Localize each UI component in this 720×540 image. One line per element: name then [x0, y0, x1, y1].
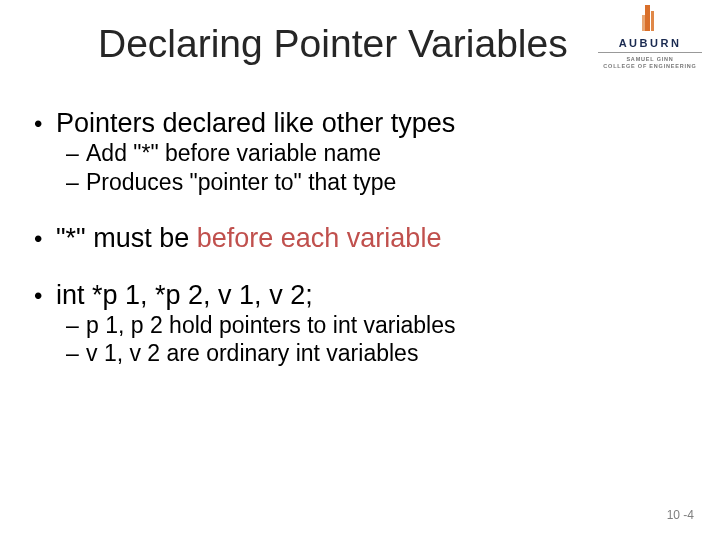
slide-number: 10 -4	[667, 508, 694, 522]
bullet-2-red: before each variable	[197, 223, 442, 253]
bullet-3: int *p 1, *p 2, v 1, v 2;	[30, 280, 690, 311]
logo-divider	[598, 52, 702, 53]
bullet-2: "*" must be before each variable	[30, 223, 690, 254]
bullet-3a: p 1, p 2 hold pointers to int variables	[30, 311, 690, 340]
slide: Declaring Pointer Variables AUBURN SAMUE…	[0, 0, 720, 540]
tower-icon	[641, 5, 659, 31]
logo-college-line2: COLLEGE OF ENGINEERING	[594, 63, 706, 70]
bullet-3b: v 1, v 2 are ordinary int variables	[30, 339, 690, 368]
bullet-1: Pointers declared like other types	[30, 108, 690, 139]
logo-college-line1: SAMUEL GINN	[594, 56, 706, 63]
logo-university: AUBURN	[594, 38, 706, 49]
bullet-2-pre: "*" must be	[56, 223, 197, 253]
bullet-1b: Produces "pointer to" that type	[30, 168, 690, 197]
bullet-1a: Add "*" before variable name	[30, 139, 690, 168]
slide-body: Pointers declared like other types Add "…	[30, 108, 690, 368]
auburn-logo: AUBURN SAMUEL GINN COLLEGE OF ENGINEERIN…	[594, 5, 706, 75]
slide-title: Declaring Pointer Variables	[98, 22, 568, 66]
